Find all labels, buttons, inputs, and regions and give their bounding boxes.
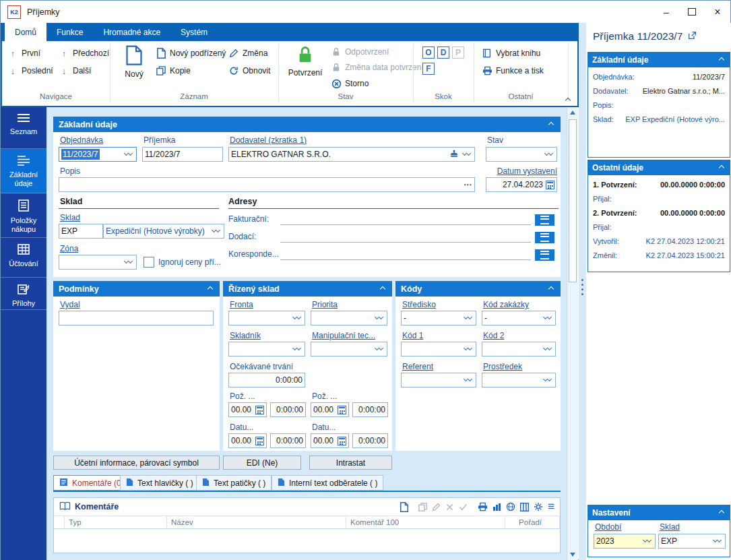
column-header-nazev[interactable]: Název — [167, 516, 346, 528]
korespondencni-field[interactable] — [280, 259, 531, 260]
copy-button[interactable]: Kopie — [156, 64, 191, 77]
chevron-down-icon[interactable] — [124, 258, 134, 266]
chevron-down-icon[interactable] — [643, 537, 653, 545]
storno-button[interactable]: Storno — [331, 77, 369, 90]
jump-d-button[interactable]: D — [437, 46, 449, 59]
korespondencni-menu-button[interactable] — [535, 249, 554, 261]
kod2-field[interactable] — [482, 342, 556, 356]
tab-domu[interactable]: Domů — [5, 23, 46, 41]
chevron-down-icon[interactable] — [544, 150, 554, 158]
last-button[interactable]: ↓Poslední — [7, 64, 53, 77]
nastaveni-sklad-field[interactable]: EXP — [658, 534, 726, 549]
datum-vystaveni-field[interactable]: 27.04.2023 — [486, 177, 557, 192]
collapse-chevron-icon[interactable] — [548, 121, 555, 128]
new-button[interactable]: Nový — [115, 42, 153, 79]
chevron-down-icon[interactable] — [464, 314, 474, 322]
sidebar-item-zakladni-udaje[interactable]: Základní údaje — [1, 149, 46, 193]
ucetni-informace-button[interactable]: Účetní informace, párovací symbol — [53, 456, 220, 470]
scrollbar-thumb[interactable] — [569, 119, 577, 282]
skladnik-field[interactable] — [228, 342, 305, 356]
functions-print-button[interactable]: Funkce a tisk — [482, 64, 544, 77]
chart-icon[interactable] — [492, 503, 501, 511]
tab-interni-text[interactable]: Interní text odběratele ( ) — [272, 475, 383, 491]
maximize-button[interactable] — [679, 1, 705, 23]
poz2-time-field[interactable]: 0:00:00 — [352, 402, 388, 417]
kod1-field[interactable] — [401, 342, 476, 356]
poz1-date-field[interactable]: 00.00 — [228, 402, 267, 417]
sklad-name-field[interactable]: Expediční (Hotové výrobky) — [103, 224, 224, 239]
select-book-button[interactable]: Vybrat knihu — [482, 46, 540, 60]
chevron-down-icon[interactable] — [464, 376, 474, 384]
chevron-down-icon[interactable] — [464, 345, 474, 353]
prijemka-field[interactable]: 11/2023/7 — [142, 147, 223, 162]
minimize-button[interactable]: – — [654, 1, 679, 23]
zona-field[interactable] — [59, 255, 137, 270]
collapse-chevron-icon[interactable] — [379, 285, 387, 292]
scroll-up-button[interactable] — [567, 107, 578, 118]
close-button[interactable]: × — [705, 1, 730, 23]
jump-f-button[interactable]: F — [422, 63, 435, 75]
chevron-down-icon[interactable] — [292, 345, 303, 353]
chevron-down-icon[interactable] — [543, 314, 553, 322]
manipulacni-field[interactable] — [311, 342, 387, 356]
column-header-komentar[interactable]: Komentář 100 — [346, 516, 505, 528]
dodaci-field[interactable] — [280, 242, 531, 243]
chevron-down-icon[interactable] — [124, 150, 134, 158]
fronta-field[interactable] — [228, 311, 305, 325]
collapse-chevron-icon[interactable] — [718, 164, 726, 171]
chevron-down-icon[interactable] — [292, 314, 303, 322]
new-subordinate-button[interactable]: Nový podřízený — [156, 46, 226, 60]
tab-text-paticky[interactable]: Text patičky ( ) — [196, 475, 272, 491]
change-button[interactable]: Změna — [228, 46, 267, 60]
intrastat-button[interactable]: Intrastat — [309, 456, 392, 470]
dodaci-menu-button[interactable] — [535, 232, 554, 243]
menu-icon[interactable]: ≡ — [548, 500, 554, 514]
first-button[interactable]: ↑První — [7, 46, 40, 60]
collapse-chevron-icon[interactable] — [548, 285, 555, 292]
datu1-time-field[interactable]: 0:00:00 — [270, 433, 306, 448]
calendar-icon[interactable] — [338, 406, 346, 414]
column-header-poradi[interactable]: Pořadí — [505, 516, 560, 528]
print-icon[interactable] — [478, 502, 488, 511]
column-header-typ[interactable]: Typ — [65, 516, 167, 528]
sidebar-item-prilohy[interactable]: Přílohy — [1, 278, 46, 310]
edi-button[interactable]: EDI (Ne) — [223, 456, 301, 470]
scroll-down-button[interactable] — [567, 549, 578, 560]
chevron-down-icon[interactable] — [462, 150, 472, 158]
ignoruj-ceny-checkbox[interactable] — [144, 257, 154, 268]
calendar-icon[interactable] — [255, 406, 264, 414]
confirm-button[interactable]: Potvrzení — [286, 42, 324, 77]
chevron-down-icon[interactable] — [713, 537, 723, 545]
calendar-icon[interactable] — [255, 437, 264, 445]
chevron-down-icon[interactable] — [543, 376, 553, 384]
chevron-down-icon[interactable] — [212, 227, 222, 235]
sidebar-item-seznam[interactable]: Seznam — [1, 107, 46, 149]
objednavka-field[interactable]: 11/2023/7 — [59, 147, 137, 162]
new-comment-icon[interactable] — [400, 502, 408, 512]
more-ellipsis-icon[interactable]: ⋯ — [464, 180, 472, 189]
vydal-field[interactable] — [59, 311, 214, 325]
poz2-date-field[interactable]: 00.00 — [311, 402, 349, 417]
sklad-code-field[interactable]: EXP — [59, 224, 103, 239]
chevron-down-icon[interactable] — [375, 345, 385, 353]
prostredek-field[interactable] — [482, 373, 556, 387]
tab-komentare[interactable]: Komentáře (0) — [53, 475, 130, 491]
stav-field[interactable] — [486, 147, 557, 162]
splitter-handle[interactable] — [579, 23, 586, 560]
popis-field[interactable]: ⋯ — [59, 177, 475, 192]
datu1-date-field[interactable]: 00.00 — [228, 433, 267, 448]
ocekavane-trvani-field[interactable]: 0:00:00 — [228, 373, 305, 387]
previous-button[interactable]: ↑Předchozí — [59, 46, 109, 60]
sidebar-item-polozky-nakupu[interactable]: Položky nákupu — [1, 193, 46, 238]
dodavatel-field[interactable]: ELEKTRO GATNAR S.R.O. — [228, 147, 475, 162]
datu2-time-field[interactable]: 0:00:00 — [352, 433, 388, 448]
calendar-icon[interactable] — [338, 437, 346, 445]
referent-field[interactable] — [401, 373, 476, 387]
next-button[interactable]: ↓Další — [59, 64, 91, 77]
datu2-date-field[interactable]: 00.00 — [311, 433, 349, 448]
jump-o-button[interactable]: O — [422, 46, 435, 59]
collapse-chevron-icon[interactable] — [718, 509, 726, 516]
calendar-icon[interactable] — [546, 181, 554, 189]
obdobi-field[interactable]: 2023 — [594, 534, 656, 549]
stredisko-field[interactable]: - — [401, 311, 476, 325]
